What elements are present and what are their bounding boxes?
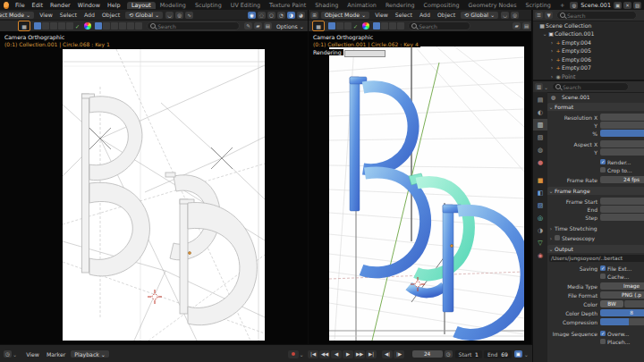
tab-object[interactable]: ■ bbox=[533, 174, 547, 186]
outliner-item-empty-006[interactable]: › +Empty.006 ∿▼ bbox=[549, 55, 644, 63]
gradient-icon[interactable] bbox=[119, 22, 126, 29]
media-type-dropdown[interactable]: Image bbox=[600, 282, 644, 290]
gizmo-icon[interactable]: ◉ bbox=[248, 12, 256, 19]
shading-material-icon[interactable]: ◑ bbox=[287, 12, 295, 19]
tab-object-data[interactable]: ▽ bbox=[533, 237, 547, 248]
right-tool-search-input[interactable] bbox=[419, 23, 467, 29]
annotate-icon[interactable]: ✎ bbox=[244, 22, 252, 29]
right-tool-search[interactable] bbox=[408, 21, 470, 30]
workspace-tab-scripting[interactable]: Scripting bbox=[521, 2, 555, 9]
menu-edit[interactable]: Edit bbox=[29, 2, 47, 9]
proportional-editing-icon[interactable]: ◎ bbox=[511, 12, 519, 19]
right-menu-add[interactable]: Add bbox=[416, 12, 434, 18]
properties-search[interactable] bbox=[552, 82, 629, 91]
frame-end-field[interactable] bbox=[600, 206, 644, 213]
snap-magnet-icon[interactable]: ◡ bbox=[501, 12, 509, 19]
workspace-tab-texture-paint[interactable]: Texture Paint bbox=[265, 2, 310, 9]
section-stereoscopy[interactable]: ›Stereoscopy bbox=[547, 234, 644, 241]
workspace-tab-rendering[interactable]: Rendering bbox=[381, 2, 419, 9]
overwrite-checkbox[interactable]: ✓ bbox=[600, 331, 606, 336]
right-menu-view[interactable]: View bbox=[371, 12, 392, 18]
viewport-divider[interactable] bbox=[308, 10, 309, 357]
tab-particles[interactable]: ▨ bbox=[533, 199, 547, 211]
outliner-filter-icon[interactable]: ▼ bbox=[545, 12, 553, 19]
menu-render[interactable]: Render bbox=[47, 2, 74, 9]
scene-browse-icon[interactable]: ◍ bbox=[570, 2, 578, 9]
select-mode-new-icon[interactable] bbox=[34, 22, 41, 29]
bookmark-icon[interactable]: ▰ bbox=[513, 22, 521, 29]
right-mode-dropdown[interactable]: Object Mode ⌄ bbox=[321, 12, 369, 19]
timeline-playback-dropdown[interactable]: Playback ⌄ bbox=[71, 350, 109, 358]
outliner-item-empty-007[interactable]: › +Empty.007 ∿▼ bbox=[549, 63, 644, 72]
frame-end-field[interactable]: End 69 bbox=[484, 350, 512, 358]
screen-display-icon[interactable]: ▣ bbox=[514, 350, 522, 358]
snap-magnet-icon[interactable]: ◡ bbox=[165, 12, 174, 19]
editor-type-icon[interactable]: ⊞ bbox=[310, 12, 318, 19]
menu-window[interactable]: Window bbox=[74, 2, 104, 9]
output-path-field[interactable]: /Users/jungsoyeon/..bertact bbox=[549, 255, 644, 262]
frame-step-field[interactable] bbox=[600, 214, 644, 221]
properties-editor-type-icon[interactable]: ▥ bbox=[535, 83, 543, 90]
outliner-item-collection-001[interactable]: ⌄ ▣Collection.001 bbox=[542, 29, 644, 38]
paint-mode-icon[interactable] bbox=[95, 22, 102, 29]
aspect-x-field[interactable] bbox=[600, 140, 644, 147]
cache-result-checkbox[interactable] bbox=[600, 274, 606, 279]
tab-physics[interactable]: ◎ bbox=[533, 212, 547, 223]
timeline-menu-marker[interactable]: Marker bbox=[43, 351, 69, 358]
render-region-checkbox[interactable]: ✓ bbox=[600, 159, 606, 164]
options-dropdown[interactable]: Options ⌄ bbox=[273, 23, 308, 29]
stencil-icon[interactable] bbox=[111, 22, 118, 29]
menu-file[interactable]: File bbox=[12, 2, 29, 9]
tab-output[interactable]: ▥ bbox=[533, 119, 547, 130]
scene-selector[interactable]: Scene.001 bbox=[579, 2, 613, 9]
workspace-tab-layout[interactable]: Layout bbox=[127, 2, 156, 9]
outliner-item-scene-collection[interactable]: ▦Scene Collection bbox=[538, 21, 644, 29]
panel-toggle-icon[interactable]: ▤ bbox=[264, 22, 272, 29]
crop-checkbox[interactable] bbox=[600, 167, 606, 173]
auto-keying-button[interactable] bbox=[288, 350, 299, 358]
outliner-search-input[interactable] bbox=[567, 13, 633, 19]
tab-world[interactable]: ● bbox=[533, 156, 547, 168]
select-mode-invert-icon[interactable] bbox=[58, 22, 65, 29]
outliner-item-empty-004[interactable]: › +Empty.004 ∿▼ bbox=[549, 38, 644, 46]
select-mode-intersect-icon[interactable] bbox=[66, 22, 73, 29]
blender-logo-icon[interactable] bbox=[4, 2, 9, 9]
resolution-y-field[interactable] bbox=[600, 122, 644, 129]
color-rgb-toggle[interactable] bbox=[624, 300, 644, 307]
shading-solid-icon[interactable]: ◔ bbox=[277, 12, 285, 19]
play-button[interactable]: ▶ bbox=[343, 350, 353, 358]
frame-start-field[interactable] bbox=[600, 198, 644, 205]
workspace-add-button[interactable]: + bbox=[555, 2, 569, 9]
outliner-display-mode-icon[interactable]: ☰ bbox=[535, 12, 543, 19]
stereoscopy-checkbox[interactable] bbox=[555, 235, 560, 240]
tab-material[interactable]: ◉ bbox=[533, 249, 547, 261]
color-wheel-icon[interactable] bbox=[362, 22, 369, 29]
select-mode-new-icon[interactable] bbox=[328, 22, 335, 29]
tab-modifiers[interactable]: ◧ bbox=[533, 187, 547, 198]
tab-render[interactable]: ◐ bbox=[533, 106, 547, 118]
left-tool-search-input[interactable] bbox=[157, 23, 236, 29]
falloff-icon[interactable]: ∿ bbox=[185, 12, 193, 19]
gradient-icon[interactable] bbox=[397, 22, 404, 29]
left-tool-search[interactable] bbox=[147, 21, 240, 30]
stencil-icon[interactable] bbox=[389, 22, 396, 29]
color-depth-toggle[interactable]: 8 bbox=[600, 309, 644, 316]
jump-to-start-button[interactable]: |◀ bbox=[308, 350, 318, 358]
timeline-menu-view[interactable]: View bbox=[22, 351, 43, 358]
workspace-tab-uv-editing[interactable]: UV Editing bbox=[226, 2, 265, 9]
frame-back-button[interactable]: ◀| bbox=[382, 350, 393, 358]
shading-rendered-icon[interactable]: ◕ bbox=[297, 12, 305, 19]
jump-to-end-button[interactable]: ▶| bbox=[366, 350, 377, 358]
resolution-pct-slider[interactable] bbox=[600, 130, 644, 137]
prev-keyframe-button[interactable]: ◀◀ bbox=[319, 350, 330, 358]
curve-icon[interactable] bbox=[127, 22, 134, 29]
outliner-item-empty-005[interactable]: › +Empty.005 ∿▼ bbox=[549, 46, 644, 55]
tab-tool[interactable]: ▤ bbox=[533, 94, 547, 105]
mask-icon[interactable] bbox=[381, 22, 388, 29]
play-reverse-button[interactable]: ◀ bbox=[331, 350, 342, 358]
select-mode-extend-icon[interactable] bbox=[336, 22, 343, 29]
menu-help[interactable]: Help bbox=[104, 2, 124, 9]
clock-icon[interactable]: ◷ bbox=[445, 350, 453, 358]
section-format[interactable]: ⌄Format bbox=[547, 103, 644, 111]
section-frame-range[interactable]: ⌄Frame Range bbox=[547, 187, 644, 195]
